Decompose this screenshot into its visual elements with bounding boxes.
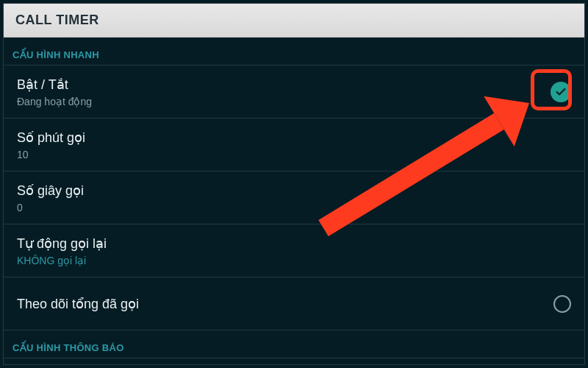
toggle-checkbox[interactable]: [551, 82, 571, 102]
row-subtitle: Đang hoạt động: [17, 96, 542, 107]
row-subtitle: KHÔNG gọi lại: [17, 255, 571, 266]
app-header: CALL TIMER: [4, 4, 584, 38]
app-frame: CALL TIMER CẤU HÌNH NHANH Bật / Tắt Đang…: [3, 3, 585, 365]
row-toggle-on-off[interactable]: Bật / Tắt Đang hoạt động: [4, 66, 584, 118]
row-auto-redial[interactable]: Tự động gọi lại KHÔNG gọi lại: [4, 224, 584, 277]
settings-list: Bật / Tắt Đang hoạt động Số phút gọi 10 …: [4, 66, 584, 330]
checkmark-circle-icon: [551, 82, 571, 102]
row-call-minutes[interactable]: Số phút gọi 10: [4, 118, 584, 171]
row-track-total[interactable]: Theo dõi tổng đã gọi: [4, 277, 584, 330]
circle-outline-icon: [553, 295, 571, 313]
row-value: 0: [17, 202, 571, 213]
section-header-quick: CẤU HÌNH NHANH: [4, 38, 584, 66]
row-title: Số giây gọi: [17, 183, 571, 199]
row-title: Theo dõi tổng đã gọi: [17, 296, 545, 312]
row-title: Số phút gọi: [17, 130, 571, 146]
app-title: CALL TIMER: [15, 13, 99, 28]
row-texts: Theo dõi tổng đã gọi: [17, 296, 545, 312]
track-checkbox[interactable]: [553, 295, 571, 313]
row-value: 10: [17, 149, 571, 160]
row-texts: Số phút gọi 10: [17, 130, 571, 160]
row-texts: Số giây gọi 0: [17, 183, 571, 213]
row-texts: Bật / Tắt Đang hoạt động: [17, 77, 542, 107]
row-texts: Tự động gọi lại KHÔNG gọi lại: [17, 236, 571, 266]
row-title: Tự động gọi lại: [17, 236, 571, 252]
section-header-notify: CẤU HÌNH THÔNG BÁO: [4, 330, 584, 358]
row-title: Bật / Tắt: [17, 77, 542, 93]
row-call-seconds[interactable]: Số giây gọi 0: [4, 171, 584, 224]
